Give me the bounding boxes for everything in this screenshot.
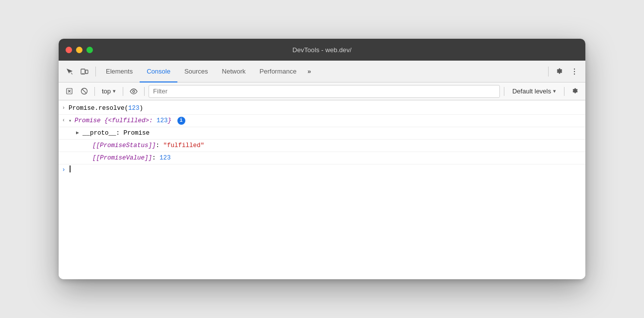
svg-line-10 bbox=[82, 89, 86, 93]
console-row-4: [[PromiseStatus]]: "fulfilled" bbox=[59, 140, 585, 152]
toolbar-separator-4 bbox=[504, 87, 504, 96]
cursor-blink bbox=[70, 165, 71, 172]
maximize-button[interactable] bbox=[86, 47, 93, 53]
expand-arrow-1[interactable]: › bbox=[59, 103, 69, 112]
spacer-5 bbox=[82, 153, 92, 154]
minimize-button[interactable] bbox=[76, 47, 82, 53]
console-row-2: ‹ ▾ Promise {<fulfilled>: 123} i bbox=[59, 115, 585, 127]
toolbar-separator-2 bbox=[123, 87, 123, 96]
tab-elements[interactable]: Elements bbox=[99, 61, 140, 82]
title-bar: DevTools - web.dev/ bbox=[59, 39, 585, 61]
settings-icon[interactable] bbox=[553, 65, 566, 79]
console-row-3: ▶ __proto__: Promise bbox=[59, 127, 585, 140]
console-row-5-content: [[PromiseValue]]: 123 bbox=[92, 153, 581, 163]
toolbar-separator-1 bbox=[94, 87, 95, 96]
context-selector[interactable]: top ▾ bbox=[99, 85, 119, 98]
tab-separator-1 bbox=[95, 67, 96, 77]
svg-point-5 bbox=[574, 73, 575, 74]
devtools-window: DevTools - web.dev/ Elements Console Sou… bbox=[59, 39, 585, 279]
console-row-4-content: [[PromiseStatus]]: "fulfilled" bbox=[92, 141, 581, 151]
traffic-lights bbox=[66, 47, 93, 53]
console-settings-icon[interactable] bbox=[568, 85, 581, 98]
info-badge[interactable]: i bbox=[177, 117, 185, 125]
svg-point-11 bbox=[133, 90, 135, 92]
svg-rect-1 bbox=[85, 70, 88, 74]
cursor-caret: › bbox=[59, 165, 69, 175]
code-method: Promise.resolve bbox=[69, 105, 125, 112]
eye-icon[interactable] bbox=[127, 85, 140, 98]
spacer-4 bbox=[82, 141, 92, 142]
console-content: › Promise.resolve(123) ‹ ▾ Promise {<ful… bbox=[59, 100, 585, 279]
toolbar-separator-3 bbox=[144, 87, 145, 96]
clear-console-icon[interactable] bbox=[63, 85, 76, 98]
filter-input[interactable] bbox=[149, 85, 500, 98]
console-row-1: › Promise.resolve(123) bbox=[59, 102, 585, 115]
console-row-3-content: __proto__: Promise bbox=[82, 128, 581, 138]
console-toolbar: top ▾ Default levels ▾ bbox=[59, 82, 585, 100]
expand-arrow-3[interactable]: ▶ bbox=[73, 128, 82, 137]
toolbar-separator-5 bbox=[564, 87, 564, 96]
more-options-icon[interactable] bbox=[567, 65, 581, 79]
console-row-2-content: ▾ Promise {<fulfilled>: 123} i bbox=[69, 116, 581, 126]
close-button[interactable] bbox=[66, 47, 72, 53]
tab-right-icons bbox=[545, 65, 581, 79]
no-icon[interactable] bbox=[78, 85, 90, 98]
console-row-1-content: Promise.resolve(123) bbox=[69, 103, 581, 113]
tab-right-separator bbox=[548, 67, 549, 77]
console-row-5: [[PromiseValue]]: 123 bbox=[59, 152, 585, 164]
console-cursor-row[interactable]: › bbox=[59, 164, 585, 177]
cursor-input[interactable] bbox=[69, 165, 581, 176]
tabs-bar: Elements Console Sources Network Perform… bbox=[59, 61, 585, 82]
default-levels-dropdown[interactable]: Default levels ▾ bbox=[508, 85, 560, 98]
tab-network[interactable]: Network bbox=[215, 61, 253, 82]
svg-point-4 bbox=[574, 71, 575, 72]
tab-performance[interactable]: Performance bbox=[252, 61, 303, 82]
tab-sources[interactable]: Sources bbox=[177, 61, 215, 82]
inspect-icon[interactable] bbox=[63, 65, 77, 79]
svg-point-3 bbox=[574, 68, 575, 69]
device-mode-icon[interactable] bbox=[78, 65, 91, 79]
window-title: DevTools - web.dev/ bbox=[293, 46, 352, 54]
collapse-arrow[interactable]: ▾ bbox=[69, 118, 75, 124]
back-arrow-2: ‹ bbox=[59, 116, 69, 125]
tab-console[interactable]: Console bbox=[140, 61, 177, 82]
tab-more[interactable]: » bbox=[304, 61, 315, 82]
